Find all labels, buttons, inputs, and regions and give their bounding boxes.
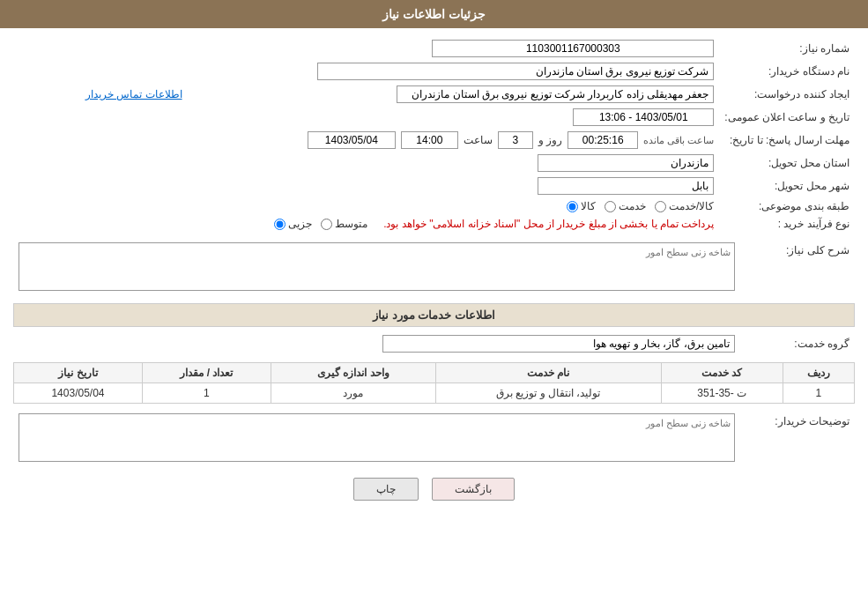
category-radio-group: کالا/خدمت خدمت کالا (19, 200, 714, 212)
days-input[interactable] (498, 131, 533, 149)
back-button[interactable]: بازگشت (432, 478, 515, 501)
process-partial-label: جزیی (288, 218, 312, 230)
print-button[interactable]: چاپ (353, 478, 419, 501)
category-khalaakhadamat-radio[interactable] (655, 201, 666, 212)
table-row: 1 ت -35-351 تولید، انتقال و توزیع برق مو… (14, 383, 855, 404)
col-header-unit: واحد اندازه گیری (271, 363, 435, 383)
delivery-city-label: شهر محل تحویل: (719, 175, 855, 197)
delivery-province-label: استان محل تحویل: (719, 152, 855, 175)
time-label: ساعت (464, 134, 493, 146)
buyer-notes-textarea[interactable] (19, 413, 735, 462)
days-label: روز و (538, 134, 562, 146)
col-header-quantity: تعداد / مقدار (142, 363, 271, 383)
buyer-org-input[interactable] (317, 63, 714, 80)
process-medium-label: متوسط (335, 218, 367, 230)
buyer-notes-wrapper (19, 413, 735, 464)
announce-datetime-input[interactable] (573, 108, 714, 126)
process-label: نوع فرآیند خرید : (719, 215, 855, 233)
category-khadamat-radio[interactable] (605, 201, 616, 212)
contact-link[interactable]: اطلاعات تماس خریدار (85, 88, 182, 100)
cell-name: تولید، انتقال و توزیع برق (435, 383, 661, 404)
services-section-header: اطلاعات خدمات مورد نیاز (13, 303, 855, 327)
cell-row-number: 1 (783, 383, 854, 404)
page-header: جزئیات اطلاعات نیاز (0, 0, 868, 28)
remaining-label: ساعت باقی مانده (643, 135, 714, 146)
process-medium-radio[interactable] (321, 219, 332, 230)
request-creator-input[interactable] (397, 85, 714, 103)
response-time-input[interactable] (401, 131, 458, 149)
category-kala-label: کالا (581, 200, 596, 212)
description-textarea[interactable] (19, 242, 735, 291)
buyer-notes-table: توضیحات خریدار: (13, 411, 855, 467)
remaining-time-input[interactable] (568, 131, 638, 149)
need-number-input[interactable] (432, 40, 714, 57)
process-description: پرداخت تمام یا بخشی از مبلغ خریدار از مح… (383, 218, 714, 230)
announce-datetime-label: تاریخ و ساعت اعلان عمومی: (719, 106, 855, 129)
description-label: شرح کلی نیاز: (740, 240, 855, 296)
col-header-code: کد خدمت (661, 363, 783, 383)
service-group-label: گروه خدمت: (740, 332, 855, 355)
service-group-input[interactable] (382, 335, 735, 353)
info-table: شماره نیاز: نام دستگاه خریدار: ایجاد کنن… (13, 37, 855, 233)
category-khadamat-label2: خدمت (619, 200, 646, 212)
response-date-input[interactable] (308, 131, 396, 149)
cell-date: 1403/05/04 (14, 383, 143, 404)
process-partial-radio[interactable] (274, 219, 286, 230)
col-header-name: نام خدمت (435, 363, 661, 383)
services-table: ردیف کد خدمت نام خدمت واحد اندازه گیری ت… (13, 362, 855, 404)
category-label: طبقه بندی موضوعی: (719, 197, 855, 215)
delivery-province-input[interactable] (538, 154, 714, 172)
buyer-org-label: نام دستگاه خریدار: (719, 60, 855, 83)
category-kala-radio[interactable] (567, 201, 578, 212)
col-header-date: تاریخ نیاز (14, 363, 143, 383)
buyer-notes-label: توضیحات خریدار: (740, 411, 855, 467)
col-header-row: ردیف (783, 363, 854, 383)
cell-code: ت -35-351 (661, 383, 783, 404)
cell-unit: مورد (271, 383, 435, 404)
description-wrapper (19, 242, 735, 293)
response-deadline-label: مهلت ارسال پاسخ: تا تاریخ: (719, 129, 855, 152)
action-buttons: بازگشت چاپ (13, 478, 855, 514)
service-group-table: گروه خدمت: (13, 332, 855, 355)
need-number-label: شماره نیاز: (719, 37, 855, 60)
page-title: جزئیات اطلاعات نیاز (382, 7, 486, 21)
request-creator-label: ایجاد کننده درخواست: (719, 83, 855, 106)
category-khadamat-label: کالا/خدمت (669, 200, 714, 212)
cell-quantity: 1 (142, 383, 271, 404)
description-table: شرح کلی نیاز: (13, 240, 855, 296)
delivery-city-input[interactable] (538, 177, 714, 195)
